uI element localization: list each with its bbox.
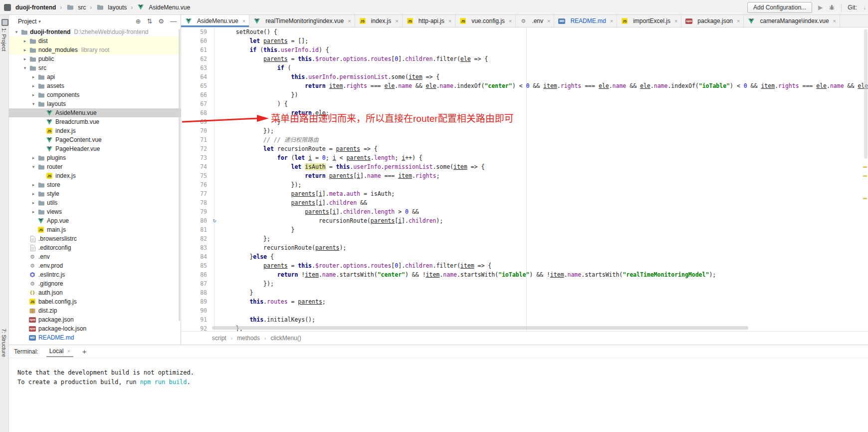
code-text[interactable]: this.initialKeys(); (222, 315, 868, 324)
tree-item[interactable]: ▸api (9, 72, 181, 81)
chevron-collapsed-icon[interactable]: ▸ (30, 155, 37, 160)
vertical-scrollbar[interactable] (864, 29, 868, 159)
chevron-collapsed-icon[interactable]: ▸ (21, 47, 28, 52)
terminal-tab[interactable]: Local× (46, 346, 73, 357)
code-text[interactable]: parents[i].children && (222, 198, 868, 207)
tree-item[interactable]: PageHeader.vue (9, 144, 181, 153)
line-number[interactable]: 61 (181, 45, 207, 54)
tree-item[interactable]: JSmain.js (9, 225, 181, 234)
code-line[interactable]: 73 for (let i = 0; i < parents.length; i… (181, 153, 868, 162)
line-number[interactable]: 78 (181, 198, 207, 207)
new-terminal-icon[interactable]: + (82, 347, 87, 356)
code-line[interactable]: 88 } (181, 288, 868, 297)
code-line[interactable]: 91 this.initialKeys(); (181, 315, 868, 324)
chevron-collapsed-icon[interactable]: ▸ (30, 191, 37, 196)
editor-breadcrumb-item[interactable]: script (212, 335, 226, 342)
tree-item[interactable]: dist.zip (9, 306, 181, 315)
code-line[interactable]: 74 let isAuth = this.userInfo.permission… (181, 162, 868, 171)
tree-item[interactable]: MDREADME.md (9, 333, 181, 342)
tree-item[interactable]: PageContent.vue (9, 135, 181, 144)
line-number[interactable]: 85 (181, 261, 207, 270)
code-text[interactable]: parents[i].children.length > 0 && (222, 207, 868, 216)
project-scrollbar[interactable] (179, 29, 180, 321)
code-text[interactable]: }); (222, 279, 868, 288)
code-line[interactable]: 63 if ( (181, 63, 868, 72)
git-update-icon[interactable]: ↓ (863, 4, 866, 11)
code-line[interactable]: 70 }); (181, 126, 868, 135)
code-line[interactable]: 78 parents[i].children && (181, 198, 868, 207)
tree-item[interactable]: JSbabel.config.js (9, 297, 181, 306)
code-line[interactable]: 83 recursionRoute(parents); (181, 243, 868, 252)
editor-tab[interactable]: JSindex.js× (355, 15, 403, 27)
tree-item[interactable]: JSindex.js (9, 171, 181, 180)
line-number[interactable]: 73 (181, 153, 207, 162)
toolwindow-button-structure[interactable]: 7: Structure (1, 329, 7, 357)
code-line[interactable]: 60 let parents = []; (181, 36, 868, 45)
tree-item[interactable]: App.vue (9, 216, 181, 225)
code-text[interactable]: for (let i = 0; i < parents.length; i++)… (222, 153, 868, 162)
code-line[interactable]: 61 if (this.userInfo.id) { (181, 45, 868, 54)
line-number[interactable]: 72 (181, 144, 207, 153)
code-line[interactable]: 77 parents[i].meta.auth = isAuth; (181, 189, 868, 198)
editor-tab[interactable]: AsideMenu.vue× (181, 15, 249, 27)
tree-item[interactable]: .browserslistrc (9, 234, 181, 243)
editor-tab[interactable]: realTimeMonitoring\index.vue× (249, 15, 355, 27)
chevron-collapsed-icon[interactable]: ▸ (30, 209, 37, 214)
code-text[interactable]: let parents = []; (222, 36, 868, 45)
code-line[interactable]: 75 return parents[i].name === item.right… (181, 171, 868, 180)
line-number[interactable]: 90 (181, 306, 207, 315)
line-number[interactable]: 79 (181, 207, 207, 216)
stripe-mark[interactable] (863, 175, 867, 177)
code-text[interactable]: }); (222, 180, 868, 189)
code-text[interactable]: }) (222, 90, 868, 99)
code-text[interactable]: }; (222, 234, 868, 243)
code-line[interactable]: 90 (181, 306, 868, 315)
close-tab-icon[interactable]: × (833, 18, 836, 24)
tree-item[interactable]: ▸components (9, 90, 181, 99)
code-text[interactable]: parents = this.$router.options.routes[0]… (222, 261, 868, 270)
close-tab-icon[interactable]: × (610, 18, 613, 24)
line-number[interactable]: 65 (181, 81, 207, 90)
code-line[interactable]: 59 setRoute() { (181, 27, 868, 36)
tree-item[interactable]: .editorconfig (9, 243, 181, 252)
debug-icon[interactable] (829, 4, 835, 10)
editor-tab[interactable]: npmpackage.json× (681, 15, 744, 27)
stripe-mark[interactable] (863, 198, 867, 199)
code-line[interactable]: 79 parents[i].children.length > 0 && (181, 207, 868, 216)
terminal-output[interactable]: Note that the development build is not o… (9, 358, 868, 387)
code-line[interactable]: 89 this.routes = parents; (181, 297, 868, 306)
tree-item[interactable]: Breadcrumb.vue (9, 117, 181, 126)
code-line[interactable]: 66 }) (181, 90, 868, 99)
code-line[interactable]: 80↻ recursionRoute(parents[i].children); (181, 216, 868, 225)
line-number[interactable]: 84 (181, 252, 207, 261)
close-tab-icon[interactable]: × (348, 18, 351, 24)
code-line[interactable]: 82 }; (181, 234, 868, 243)
line-number[interactable]: 63 (181, 63, 207, 72)
line-number[interactable]: 71 (181, 135, 207, 144)
close-tab-icon[interactable]: × (509, 18, 512, 24)
code-text[interactable]: if ( (222, 63, 868, 72)
code-line[interactable]: 67 ) { (181, 99, 868, 108)
code-text[interactable]: setRoute() { (222, 27, 868, 36)
main-menu-icon[interactable] (4, 4, 11, 11)
chevron-down-icon[interactable]: ▾ (38, 19, 41, 24)
chevron-collapsed-icon[interactable]: ▸ (30, 83, 37, 88)
line-number[interactable]: 67 (181, 99, 207, 108)
chevron-expanded-icon[interactable]: ▾ (21, 65, 28, 70)
close-tab-icon[interactable]: × (395, 18, 398, 24)
line-number[interactable]: 59 (181, 27, 207, 36)
code-text[interactable]: parents[i].meta.auth = isAuth; (222, 189, 868, 198)
code-text[interactable]: this.routes = parents; (222, 297, 868, 306)
tree-item[interactable]: npmpackage-lock.json (9, 324, 181, 333)
tree-item[interactable]: ▸utils (9, 198, 181, 207)
chevron-collapsed-icon[interactable]: ▸ (30, 92, 37, 97)
code-line[interactable]: 76 }); (181, 180, 868, 189)
horizontal-scrollbar[interactable] (212, 326, 748, 330)
editor-tab[interactable]: JShttp-api.js× (403, 15, 455, 27)
chevron-collapsed-icon[interactable]: ▸ (30, 200, 37, 205)
line-number[interactable]: 66 (181, 90, 207, 99)
chevron-collapsed-icon[interactable]: ▸ (21, 38, 28, 43)
tree-item[interactable]: ▾duoji-frontendD:\zheheWeb\duoji-fronten… (9, 27, 181, 36)
close-tab-icon[interactable]: × (547, 18, 550, 24)
code-line[interactable]: 72 let recursionRoute = parents => { (181, 144, 868, 153)
